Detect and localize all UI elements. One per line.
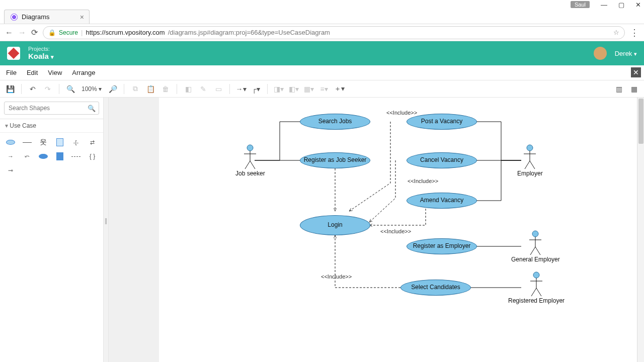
usecase-cancel-vacancy[interactable]: Cancel Vacancy: [407, 152, 477, 168]
browser-addressbar: ← → ⟳ 🔒 Secure | https://scrum.vpository…: [0, 24, 644, 41]
url-input[interactable]: 🔒 Secure | https://scrum.vpository.com/d…: [43, 26, 625, 39]
chevron-down-icon: ▾: [634, 51, 637, 57]
tab-close-icon[interactable]: ×: [80, 13, 84, 21]
close-panel-icon[interactable]: ✕: [631, 67, 641, 77]
save-icon[interactable]: 💾: [4, 83, 16, 95]
menu-edit[interactable]: Edit: [27, 69, 38, 76]
actor-employer[interactable]: Employer: [517, 144, 543, 177]
lock-icon: 🔒: [48, 29, 56, 36]
usecase-post-vacancy[interactable]: Post a Vacancy: [407, 114, 477, 130]
stroke-icon[interactable]: ✎: [197, 83, 209, 95]
fill-icon[interactable]: ◧: [182, 83, 194, 95]
tab-title: Diagrams: [22, 13, 50, 21]
shape-constraint[interactable]: -[-: [70, 138, 82, 147]
sidebar: 🔍 Use Case 웃 -[- ⇄ → ⤺ { } ⊸: [0, 98, 104, 362]
diagram-paper[interactable]: Search Jobs Register as Job Seeker Post …: [159, 98, 637, 362]
actor-label: General Employer: [511, 256, 560, 263]
shape-anchor[interactable]: ⊸: [5, 166, 16, 175]
actor-label: Registered Employer: [508, 297, 565, 304]
add-icon[interactable]: ＋▾: [333, 83, 345, 95]
menu-view[interactable]: View: [48, 69, 62, 76]
app-header: Projects: Koala ▾ Derek ▾: [0, 41, 644, 65]
minimize-icon[interactable]: —: [601, 1, 607, 9]
usecase-register-employer[interactable]: Register as Employer: [407, 238, 477, 254]
actor-job-seeker[interactable]: Job seeker: [235, 144, 265, 177]
svg-point-0: [247, 145, 253, 151]
url-path: /diagrams.jsp#diagram:proj=66&type=UseCa…: [168, 29, 330, 36]
shape-extend[interactable]: [38, 152, 49, 161]
svg-point-15: [533, 272, 539, 278]
paste-icon[interactable]: 📋: [144, 83, 156, 95]
back-icon-tool[interactable]: ◧▾: [288, 83, 300, 95]
svg-line-19: [536, 288, 541, 296]
layout-1-icon[interactable]: ▥: [613, 83, 625, 95]
user-avatar[interactable]: [594, 47, 607, 60]
include-label: <<Include>>: [408, 178, 438, 184]
copy-icon[interactable]: ⧉: [129, 83, 141, 95]
waypoint-icon[interactable]: ┌▾: [250, 83, 262, 95]
shape-collab[interactable]: ⇄: [87, 138, 98, 147]
usecase-select-candidates[interactable]: Select Candidates: [400, 280, 471, 296]
forward-icon[interactable]: →: [18, 28, 26, 37]
menu-file[interactable]: File: [6, 69, 17, 76]
usecase-register-seeker[interactable]: Register as Job Seeker: [300, 152, 370, 168]
close-window-icon[interactable]: ✕: [635, 1, 641, 9]
back-icon[interactable]: ←: [5, 28, 13, 37]
usecase-amend-vacancy[interactable]: Amend Vacancy: [407, 193, 477, 209]
shape-note-link[interactable]: [70, 152, 82, 161]
vertical-scrollbar[interactable]: [637, 98, 644, 362]
actor-general-employer[interactable]: General Employer: [511, 230, 560, 263]
align-icon[interactable]: ≡▾: [318, 83, 330, 95]
search-icon[interactable]: 🔍: [88, 105, 96, 112]
workspace: 🔍 Use Case 웃 -[- ⇄ → ⤺ { } ⊸ ║: [0, 98, 644, 362]
reload-icon[interactable]: ⟳: [31, 28, 38, 37]
include-label: <<Include>>: [380, 228, 411, 234]
canvas[interactable]: Search Jobs Register as Job Seeker Post …: [109, 98, 644, 362]
shape-system[interactable]: [54, 138, 65, 147]
actor-label: Job seeker: [235, 170, 265, 177]
front-icon[interactable]: ◨▾: [273, 83, 285, 95]
svg-line-3: [245, 161, 250, 169]
zoom-level[interactable]: 100% ▾: [79, 85, 104, 93]
shadow-icon[interactable]: ▭: [212, 83, 224, 95]
app-logo-icon[interactable]: [7, 47, 20, 60]
toolbar: 💾 ↶ ↷ 🔍 100% ▾ 🔎 ⧉ 📋 🗑 ◧ ✎ ▭ →▾ ┌▾ ◨▾ ◧▾…: [0, 80, 644, 98]
shape-dependency[interactable]: →: [5, 152, 16, 161]
maximize-icon[interactable]: ▢: [618, 1, 624, 9]
shape-actor[interactable]: 웃: [38, 138, 49, 147]
project-selector[interactable]: Koala ▾: [28, 52, 54, 61]
browser-menu-icon[interactable]: ⋮: [630, 27, 639, 38]
shape-braces[interactable]: { }: [87, 152, 98, 161]
zoom-out-icon[interactable]: 🔍: [64, 83, 76, 95]
panel-usecase-title[interactable]: Use Case: [0, 119, 103, 133]
shape-usecase[interactable]: [5, 138, 16, 147]
collapse-handle-icon[interactable]: ║: [104, 218, 108, 224]
shape-palette: 웃 -[- ⇄ → ⤺ { } ⊸: [0, 133, 103, 180]
ruler: ║: [104, 98, 109, 362]
search-field[interactable]: [8, 104, 88, 112]
group-icon[interactable]: ▦▾: [303, 83, 315, 95]
bookmark-star-icon[interactable]: ☆: [613, 29, 619, 36]
actor-registered-employer[interactable]: Registered Employer: [508, 271, 565, 304]
usecase-search-jobs[interactable]: Search Jobs: [300, 114, 370, 130]
include-label: <<Include>>: [386, 110, 417, 116]
delete-icon[interactable]: 🗑: [159, 83, 172, 95]
usecase-login[interactable]: Login: [300, 215, 370, 235]
browser-tabstrip: Diagrams ×: [0, 9, 644, 24]
layout-2-icon[interactable]: ▦: [628, 83, 640, 95]
search-input[interactable]: 🔍: [4, 102, 99, 115]
zoom-in-icon[interactable]: 🔎: [107, 83, 119, 95]
undo-icon[interactable]: ↶: [27, 83, 39, 95]
shape-include[interactable]: ⤺: [22, 152, 33, 161]
shape-package[interactable]: [54, 152, 65, 161]
user-menu[interactable]: Derek ▾: [615, 50, 637, 57]
url-host: https://scrum.vpository.com: [86, 29, 165, 36]
svg-line-8: [525, 161, 530, 169]
redo-icon[interactable]: ↷: [42, 83, 54, 95]
browser-tab[interactable]: Diagrams ×: [4, 10, 90, 24]
svg-line-18: [531, 288, 536, 296]
menu-arrange[interactable]: Arrange: [72, 69, 95, 76]
shape-association[interactable]: [22, 138, 33, 147]
svg-line-13: [530, 247, 535, 255]
connector-icon[interactable]: →▾: [235, 83, 247, 95]
